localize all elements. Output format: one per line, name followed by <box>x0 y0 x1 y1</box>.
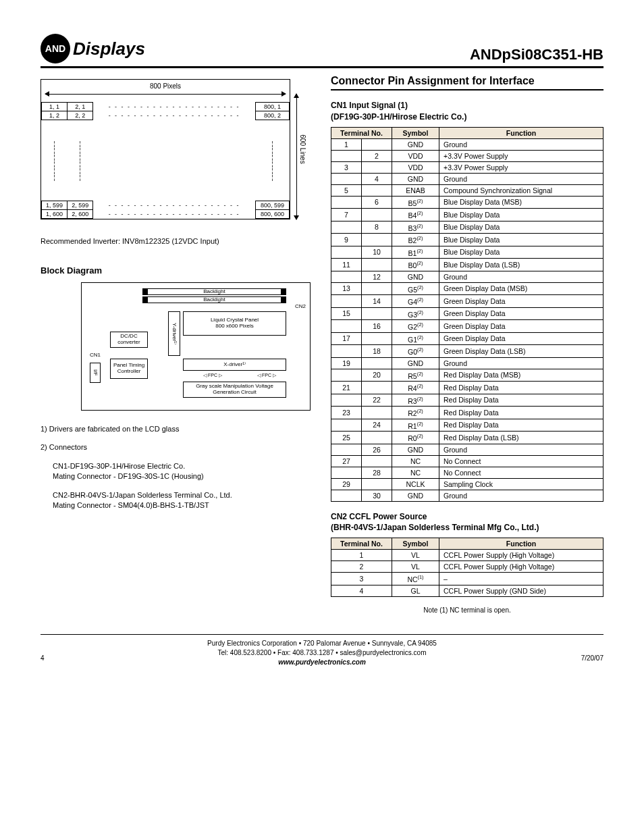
function-cell: Red Display Data (MSB) <box>439 369 603 382</box>
terminal-no-b: 6 <box>362 196 392 209</box>
function-cell: Red Display Data <box>439 394 603 407</box>
terminal-no-b: 4 <box>362 173 392 184</box>
cell-1-600: 1, 600 <box>42 210 68 219</box>
symbol-cell: B3(2) <box>392 221 439 234</box>
function-cell: +3.3V Power Supply <box>439 150 603 161</box>
block-diagram: Backlight Backlight CN2 Liquid Crystal P… <box>81 282 311 411</box>
cell-800-2: 800, 2 <box>255 111 289 120</box>
terminal-no-a: 9 <box>331 234 362 246</box>
function-cell: Blue Display Data <box>439 221 603 234</box>
terminal-no-a <box>331 369 362 382</box>
cn1-subtitle: CN1 Input Signal (1) (DF19G-30P-1H/Hiros… <box>331 100 603 123</box>
terminal-no-a <box>331 173 362 184</box>
terminal-no-a <box>331 196 362 209</box>
cn2-subtitle: CN2 CCFL Power Source (BHR-04VS-1/Japan … <box>331 511 603 534</box>
table-row: 29NCLKSampling Clock <box>331 478 603 490</box>
terminal-no-b: 8 <box>362 221 392 234</box>
symbol-cell: G4(2) <box>392 295 439 308</box>
function-cell: Red Display Data <box>439 382 603 394</box>
note-2-line: Mating Connector - DF19G-30S-1C (Housing… <box>41 471 311 481</box>
terminal-no-b <box>362 138 392 150</box>
table-row: 25R0(2)Red Display Data (LSB) <box>331 432 603 444</box>
symbol-cell: R2(2) <box>392 407 439 419</box>
terminal-no-b <box>362 432 392 444</box>
symbol-cell: GND <box>392 490 439 501</box>
table-row: 19GNDGround <box>331 357 603 369</box>
cell-1-2: 1, 2 <box>42 111 68 120</box>
logo-badge: AND <box>41 34 70 63</box>
page-number: 4 <box>41 654 45 663</box>
function-cell: Ground <box>439 138 603 150</box>
notes-block: 1) Drivers are fabricated on the LCD gla… <box>41 424 311 511</box>
terminal-no-a: 5 <box>331 184 362 196</box>
cn2-label: CN2 <box>295 303 306 309</box>
symbol-cell: B5(2) <box>392 196 439 209</box>
page-header: AND Displays ANDpSi08C351-HB <box>41 34 603 68</box>
symbol-cell: GND <box>392 444 439 455</box>
terminal-no-b <box>362 332 392 345</box>
symbol-cell: R5(2) <box>392 369 439 382</box>
terminal-no-b: 12 <box>362 271 392 282</box>
footer-web: www.purdyelectronics.com <box>41 658 603 667</box>
symbol-cell: VDD <box>392 161 439 173</box>
note-2-line: CN1-DF19G-30P-1H/Hirose Electric Co. <box>41 461 311 471</box>
function-cell: Blue Display Data <box>439 209 603 221</box>
page-date: 7/20/07 <box>581 654 603 663</box>
terminal-no-a: 3 <box>331 161 362 173</box>
th-function: Function <box>439 127 603 138</box>
terminal-no-a: 1 <box>331 138 362 150</box>
dash-row: - - - - - - - - - - - - - - - - - - - - … <box>93 210 256 219</box>
right-column: Connector Pin Assignment for Interface C… <box>331 75 603 614</box>
table-row: 22R3(2)Red Display Data <box>331 394 603 407</box>
content-columns: 600 Lines 800 Pixels 1, 1 2, 1 - - - - -… <box>41 75 603 614</box>
table-row: 3NC(1)– <box>331 573 603 585</box>
note-1: 1) Drivers are fabricated on the LCD gla… <box>41 424 311 434</box>
terminal-no-a <box>331 444 362 455</box>
table-row: 7B4(2)Blue Display Data <box>331 209 603 221</box>
terminal-no-a <box>331 320 362 333</box>
terminal-no-a <box>331 150 362 161</box>
terminal-no-a: 7 <box>331 209 362 221</box>
terminal-no-b: 2 <box>362 150 392 161</box>
table-row: 5ENABCompound Synchronization Signal <box>331 184 603 196</box>
terminal-no-a: 17 <box>331 332 362 345</box>
function-cell: Green Display Data <box>439 320 603 333</box>
symbol-cell: NC <box>392 455 439 467</box>
table-row: 1GNDGround <box>331 138 603 150</box>
terminal-no-b: 18 <box>362 345 392 358</box>
footer-line1: Purdy Electronics Corporation • 720 Palo… <box>41 639 603 648</box>
table-row: 26GNDGround <box>331 444 603 455</box>
terminal-no-b <box>362 259 392 271</box>
dash-row: - - - - - - - - - - - - - - - - - - - - … <box>93 111 256 120</box>
function-cell: +3.3V Power Supply <box>439 161 603 173</box>
grayscale-box: Gray scale Manipulation Voltage Generati… <box>183 382 286 398</box>
table-row: 6B5(2)Blue Display Data (MSB) <box>331 196 603 209</box>
terminal-no-a: 23 <box>331 407 362 419</box>
cell-2-599: 2, 599 <box>68 201 93 210</box>
cell-800-1: 800, 1 <box>255 103 289 111</box>
terminal-no-a: 15 <box>331 307 362 320</box>
function-cell: Ground <box>439 490 603 501</box>
function-cell: Blue Display Data (LSB) <box>439 259 603 271</box>
cell-1-1: 1, 1 <box>42 103 68 111</box>
symbol-cell: B4(2) <box>392 209 439 221</box>
table-row: 1VLCCFL Power Supply (High Voltage) <box>331 550 603 561</box>
symbol-cell: VDD <box>392 150 439 161</box>
left-column: 600 Lines 800 Pixels 1, 1 2, 1 - - - - -… <box>41 75 311 519</box>
cell-2-2: 2, 2 <box>68 111 93 120</box>
th-terminal: Terminal No. <box>331 538 392 550</box>
if-box: I/F <box>90 363 101 383</box>
th-symbol: Symbol <box>392 538 439 550</box>
terminal-no-b <box>362 357 392 369</box>
symbol-cell: R3(2) <box>392 394 439 407</box>
function-cell: Green Display Data <box>439 295 603 308</box>
function-cell: Blue Display Data <box>439 234 603 246</box>
table-row: 9B2(2)Blue Display Data <box>331 234 603 246</box>
cn1-table: Terminal No. Symbol Function 1GNDGround2… <box>331 127 603 502</box>
note-2-heading: 2) Connectors <box>41 442 311 452</box>
terminal-no-b: 30 <box>362 490 392 501</box>
symbol-cell: VL <box>392 550 439 561</box>
terminal-no-a <box>331 467 362 478</box>
cell-2-600: 2, 600 <box>68 210 93 219</box>
terminal-no-b: 14 <box>362 295 392 308</box>
